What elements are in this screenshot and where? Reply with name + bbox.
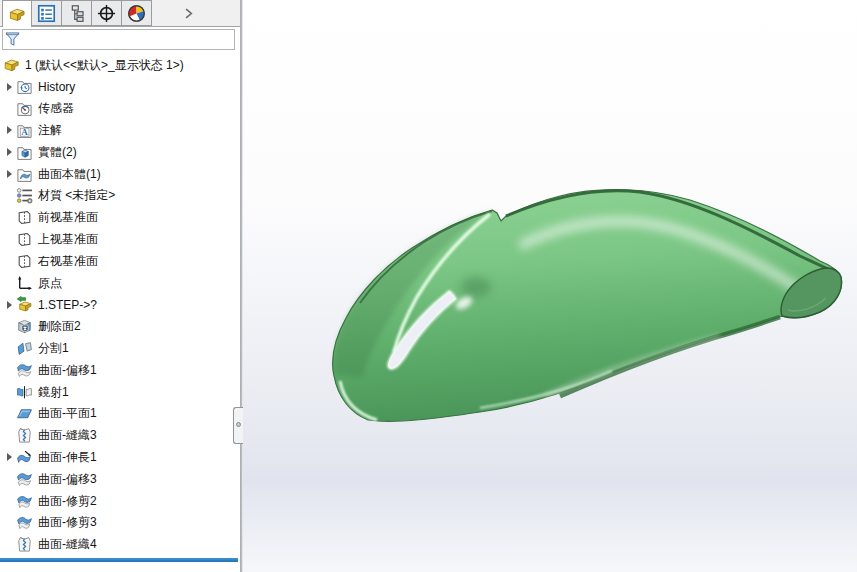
tree-item-label: 删除面2 bbox=[38, 318, 81, 335]
tree-item-plane[interactable]: 右视基准面 bbox=[0, 250, 238, 272]
tree-item-folder-annotation[interactable]: 注解 bbox=[0, 120, 238, 142]
arrow-spacer bbox=[0, 381, 16, 403]
property-icon bbox=[37, 4, 56, 23]
tree-item-delete-face[interactable]: 删除面2 bbox=[0, 316, 238, 338]
tree-item-label: 曲面-縫織3 bbox=[38, 427, 97, 444]
origin-icon bbox=[16, 275, 33, 292]
folder-sensor-icon bbox=[16, 100, 33, 117]
tree-item-label: 實體(2) bbox=[38, 144, 77, 161]
tree-item-label: 分割1 bbox=[38, 340, 69, 357]
folder-annotation-icon bbox=[16, 122, 33, 139]
arrow-spacer bbox=[0, 207, 16, 229]
tree-item-surface-extrude[interactable]: 曲面-伸長1 bbox=[0, 447, 238, 469]
tree-item-label: 鏡射1 bbox=[38, 384, 69, 401]
tree-item-surface-knit[interactable]: 曲面-縫織3 bbox=[0, 425, 238, 447]
arrow-spacer bbox=[0, 250, 16, 272]
surface-offset-icon bbox=[16, 471, 33, 488]
part-icon bbox=[8, 5, 27, 24]
tree-item-label: 曲面-縫織4 bbox=[38, 536, 97, 553]
expand-arrow-icon[interactable] bbox=[0, 447, 16, 469]
tree-item-mirror[interactable]: 鏡射1 bbox=[0, 381, 238, 403]
tree-item-label: 右视基准面 bbox=[38, 253, 98, 270]
tree-item-surface-offset[interactable]: 曲面-偏移1 bbox=[0, 359, 238, 381]
mirror-icon bbox=[16, 384, 33, 401]
plane-icon bbox=[16, 253, 33, 270]
tree-item-material[interactable]: 材質 <未指定> bbox=[0, 185, 238, 207]
expand-arrow-icon[interactable] bbox=[0, 294, 16, 316]
tree-item-label: 传感器 bbox=[38, 100, 74, 117]
tab-propertymanager[interactable] bbox=[32, 0, 62, 26]
tab-dimxpertmanager[interactable] bbox=[92, 0, 122, 26]
tree-item-label: 曲面-修剪3 bbox=[38, 514, 97, 531]
folder-solid-icon bbox=[16, 144, 33, 161]
tab-featuremanager[interactable] bbox=[2, 0, 32, 27]
arrow-spacer bbox=[0, 534, 16, 556]
arrow-spacer bbox=[0, 512, 16, 534]
tree-item-origin[interactable]: 原点 bbox=[0, 272, 238, 294]
tree-item-plane[interactable]: 前视基准面 bbox=[0, 207, 238, 229]
surface-trim-icon bbox=[16, 493, 33, 510]
surface-knit-icon bbox=[16, 536, 33, 553]
surface-offset-icon bbox=[16, 362, 33, 379]
tree-item-folder-sensor[interactable]: 传感器 bbox=[0, 98, 238, 120]
dimxpert-icon bbox=[97, 4, 116, 23]
panel-collapse-handle[interactable] bbox=[233, 407, 243, 444]
arrow-spacer bbox=[0, 490, 16, 512]
folder-history-icon bbox=[16, 78, 33, 95]
chevron-right-icon bbox=[182, 7, 195, 20]
rollback-bar[interactable] bbox=[0, 558, 238, 562]
expand-arrow-icon[interactable] bbox=[0, 76, 16, 98]
tree-root-label: 1 (默认<<默认>_显示状态 1>) bbox=[25, 57, 184, 74]
arrow-spacer bbox=[0, 468, 16, 490]
tree-item-split[interactable]: 分割1 bbox=[0, 338, 238, 360]
tree-root-item[interactable]: 1 (默认<<默认>_显示状态 1>) bbox=[0, 54, 238, 76]
arrow-spacer bbox=[0, 229, 16, 251]
surface-plane-icon bbox=[16, 405, 33, 422]
arrow-spacer bbox=[0, 425, 16, 447]
arrow-spacer bbox=[0, 316, 16, 338]
tree-item-label: 曲面-平面1 bbox=[38, 405, 97, 422]
tree-item-folder-surface[interactable]: 曲面本體(1) bbox=[0, 163, 238, 185]
tab-displaymanager[interactable] bbox=[122, 0, 152, 26]
tree-item-surface-plane[interactable]: 曲面-平面1 bbox=[0, 403, 238, 425]
filter-box[interactable] bbox=[2, 29, 235, 50]
folder-surface-icon bbox=[16, 166, 33, 183]
tree-item-label: History bbox=[38, 80, 75, 94]
arrow-spacer bbox=[0, 272, 16, 294]
display-icon bbox=[127, 4, 146, 23]
filter-funnel-icon[interactable] bbox=[5, 31, 20, 48]
expand-arrow-icon[interactable] bbox=[0, 120, 16, 142]
expand-arrow-icon[interactable] bbox=[0, 141, 16, 163]
arrow-spacer bbox=[0, 338, 16, 360]
tree-item-label: 曲面-修剪2 bbox=[38, 493, 97, 510]
tree-item-surface-knit[interactable]: 曲面-縫織4 bbox=[0, 534, 238, 556]
imported-part-icon bbox=[16, 296, 33, 313]
tree-item-surface-offset[interactable]: 曲面-偏移3 bbox=[0, 468, 238, 490]
tab-overflow-button[interactable] bbox=[180, 4, 196, 22]
graphics-viewport[interactable] bbox=[243, 0, 857, 572]
surface-knit-icon bbox=[16, 427, 33, 444]
plane-icon bbox=[16, 231, 33, 248]
tree-item-label: 上视基准面 bbox=[38, 231, 98, 248]
tree-item-surface-trim[interactable]: 曲面-修剪3 bbox=[0, 512, 238, 534]
tree-item-label: 注解 bbox=[38, 122, 62, 139]
feature-tree: 1 (默认<<默认>_显示状态 1>) History传感器注解實體(2)曲面本… bbox=[0, 54, 238, 556]
tree-item-folder-solid[interactable]: 實體(2) bbox=[0, 141, 238, 163]
tree-item-folder-history[interactable]: History bbox=[0, 76, 238, 98]
tree-item-label: 原点 bbox=[38, 275, 62, 292]
split-icon bbox=[16, 340, 33, 357]
tree-item-surface-trim[interactable]: 曲面-修剪2 bbox=[0, 490, 238, 512]
tree-item-label: 曲面-偏移1 bbox=[38, 362, 97, 379]
tab-configurationmanager[interactable] bbox=[62, 0, 92, 26]
expand-arrow-icon[interactable] bbox=[0, 163, 16, 185]
tree-item-plane[interactable]: 上视基准面 bbox=[0, 229, 238, 251]
tree-item-imported-part[interactable]: 1.STEP->? bbox=[0, 294, 238, 316]
panel-splitter[interactable] bbox=[240, 0, 243, 572]
tree-item-label: 材質 <未指定> bbox=[38, 187, 115, 204]
tree-item-label: 1.STEP->? bbox=[38, 298, 97, 312]
part-icon bbox=[3, 56, 21, 74]
material-icon bbox=[16, 187, 33, 204]
arrow-spacer bbox=[0, 403, 16, 425]
plane-icon bbox=[16, 209, 33, 226]
tree-item-label: 曲面本體(1) bbox=[38, 166, 101, 183]
